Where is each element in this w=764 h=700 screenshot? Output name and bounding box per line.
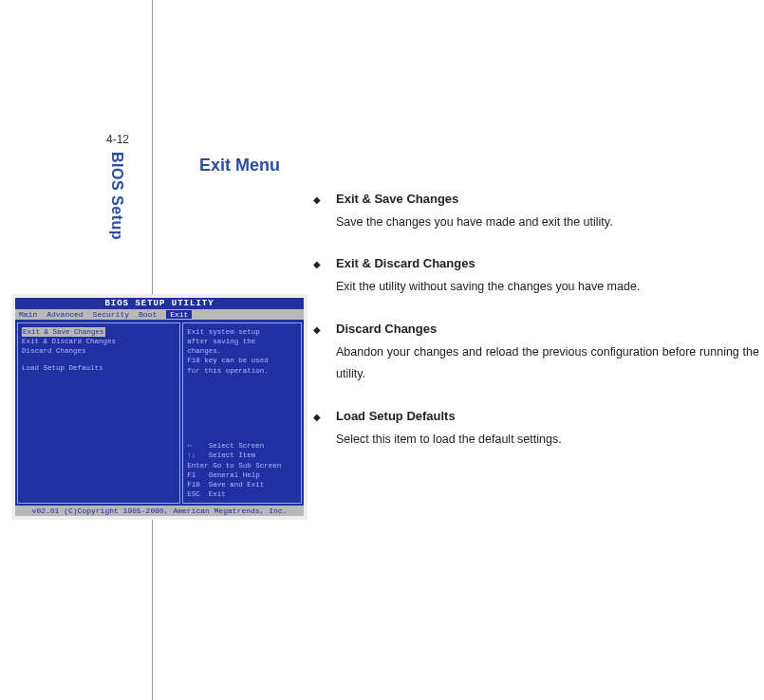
bios-tab-row: Main Advanced Security Boot Exit	[15, 309, 304, 321]
list-item: ◆ Load Setup Defaults Select this item t…	[313, 405, 759, 451]
bios-screenshot-thumbnail: BIOS SETUP UTILITY Main Advanced Securit…	[11, 294, 307, 520]
item-title: Exit & Save Changes	[336, 188, 458, 212]
item-description: Save the changes you have made and exit …	[336, 212, 759, 234]
section-title: Exit Menu	[199, 156, 280, 175]
bios-tab: Boot	[139, 310, 157, 319]
list-item: ◆ Exit & Save Changes Save the changes y…	[313, 188, 759, 233]
item-title: Discard Changes	[336, 318, 437, 341]
list-item: ◆ Discard Changes Abandon your changes a…	[313, 318, 759, 386]
bios-item: Load Setup Defaults	[22, 363, 176, 373]
bios-tab: Main	[19, 310, 37, 319]
bios-titlebar: BIOS SETUP UTILITY	[15, 298, 304, 309]
content-area: ◆ Exit & Save Changes Save the changes y…	[313, 188, 759, 470]
bullet-icon: ◆	[313, 255, 336, 273]
bios-tab: Advanced	[47, 310, 83, 319]
bios-tab-selected: Exit	[166, 310, 192, 319]
bios-key-legend: ↔ Select Screen ↑↓ Select Item Enter Go …	[187, 441, 297, 499]
bullet-icon: ◆	[313, 408, 336, 426]
bios-footer: v02.61 (C)Copyright 1985-2006, American …	[15, 506, 304, 516]
bios-help-text: Exit system setup after saving the chang…	[187, 327, 297, 376]
bios-item: Discard Changes	[22, 346, 176, 356]
chapter-side-label: BIOS Setup	[108, 152, 125, 240]
item-description: Abandon your changes and reload the prev…	[336, 341, 759, 387]
item-description: Exit the utility without saving the chan…	[336, 276, 759, 299]
bullet-icon: ◆	[313, 191, 336, 209]
item-description: Select this item to load the default set…	[336, 429, 759, 451]
bios-item: Exit & Discard Changes	[22, 337, 176, 346]
item-title: Load Setup Defaults	[336, 405, 456, 429]
page-number: 4-12	[106, 133, 129, 146]
list-item: ◆ Exit & Discard Changes Exit the utilit…	[313, 252, 759, 298]
bios-tab: Security	[93, 310, 129, 319]
bullet-icon: ◆	[313, 321, 336, 339]
item-title: Exit & Discard Changes	[336, 252, 475, 276]
bios-left-pane: Exit & Save Changes Exit & Discard Chang…	[17, 322, 180, 504]
bios-item-highlighted: Exit & Save Changes	[22, 327, 105, 337]
bios-right-pane: Exit system setup after saving the chang…	[182, 322, 302, 504]
